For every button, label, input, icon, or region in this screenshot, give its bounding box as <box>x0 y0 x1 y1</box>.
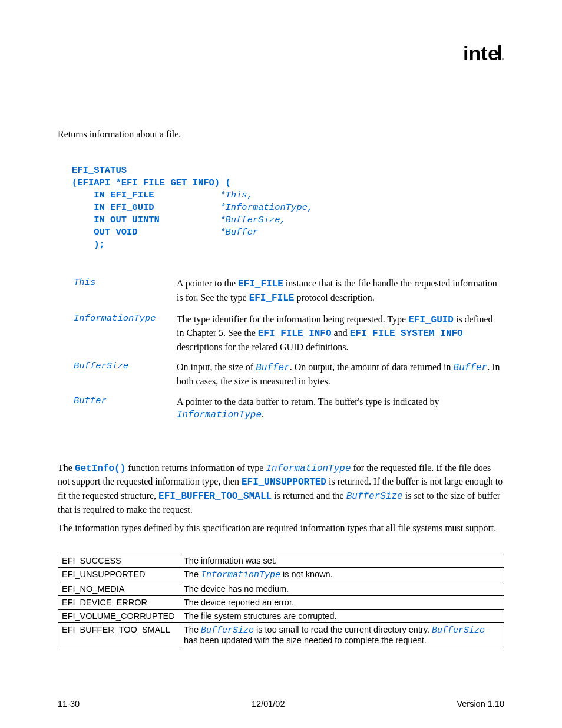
status-codes-table: EFI_SUCCESS The information was set. EFI… <box>58 554 504 647</box>
param-name: This <box>73 276 175 311</box>
arg-name: *BufferSize, <box>220 215 286 225</box>
param-desc: A pointer to the EFI_FILE instance that … <box>176 276 503 311</box>
status-desc: The InformationType is not known. <box>180 567 504 582</box>
intel-logo-icon: int e <box>463 42 504 67</box>
status-code: EFI_SUCCESS <box>58 554 180 567</box>
param-row: InformationType The type identifier for … <box>73 312 503 360</box>
param-desc: On input, the size of Buffer. On output,… <box>176 360 503 393</box>
page-header: int e <box>58 42 504 67</box>
svg-text:e: e <box>488 42 499 64</box>
status-desc: The BufferSize is too small to read the … <box>180 622 504 647</box>
param-name: BufferSize <box>73 360 175 393</box>
arg-dir: IN EFI_FILE <box>94 190 220 200</box>
arg-dir: IN EFI_GUID <box>94 202 220 213</box>
table-row: EFI_DEVICE_ERROR The device reported an … <box>58 595 504 609</box>
arg-dir: OUT VOID <box>94 227 220 238</box>
table-row: EFI_VOLUME_CORRUPTED The file system str… <box>58 609 504 622</box>
table-row: EFI_BUFFER_TOO_SMALL The BufferSize is t… <box>58 622 504 647</box>
param-name: InformationType <box>73 312 175 360</box>
desc-para-1: The GetInfo() function returns informati… <box>58 462 504 516</box>
arg-name: *This, <box>220 190 253 200</box>
status-desc: The device reported an error. <box>180 595 504 609</box>
table-row: EFI_NO_MEDIA The device has no medium. <box>58 582 504 595</box>
proto-decl: (EFIAPI *EFI_FILE_GET_INFO) ( <box>72 177 231 188</box>
description-section: The GetInfo() function returns informati… <box>58 462 504 535</box>
svg-rect-2 <box>498 45 501 60</box>
status-code: EFI_NO_MEDIA <box>58 582 180 595</box>
table-row: EFI_SUCCESS The information was set. <box>58 554 504 567</box>
proto-status: EFI_STATUS <box>72 165 127 176</box>
summary: Returns information about a file. <box>58 129 504 140</box>
arg-dir: IN OUT UINTN <box>94 215 220 225</box>
table-row: EFI_UNSUPPORTED The InformationType is n… <box>58 567 504 582</box>
svg-point-3 <box>503 58 504 60</box>
status-code: EFI_BUFFER_TOO_SMALL <box>58 622 180 647</box>
svg-text:int: int <box>463 42 488 64</box>
param-row: Buffer A pointer to the data buffer to r… <box>73 395 503 428</box>
status-code: EFI_VOLUME_CORRUPTED <box>58 609 180 622</box>
prototype-block: EFI_STATUS (EFIAPI *EFI_FILE_GET_INFO) (… <box>72 164 504 251</box>
status-desc: The device has no medium. <box>180 582 504 595</box>
status-code: EFI_DEVICE_ERROR <box>58 595 180 609</box>
arg-name: *Buffer <box>220 227 258 238</box>
param-row: BufferSize On input, the size of Buffer.… <box>73 360 503 393</box>
status-desc: The information was set. <box>180 554 504 567</box>
param-row: This A pointer to the EFI_FILE instance … <box>73 276 503 311</box>
footer-date: 12/01/02 <box>58 699 504 709</box>
page-footer: 11-30 Version 1.10 12/01/02 <box>58 699 504 709</box>
parameters-table: This A pointer to the EFI_FILE instance … <box>72 275 504 429</box>
desc-para-2: The information types defined by this sp… <box>58 522 504 535</box>
param-desc: A pointer to the data buffer to return. … <box>176 395 503 428</box>
footer-page-number: 11-30 <box>58 699 80 709</box>
status-desc: The file system structures are corrupted… <box>180 609 504 622</box>
footer-version: Version 1.10 <box>457 699 504 709</box>
param-name: Buffer <box>73 395 175 428</box>
arg-name: *InformationType, <box>220 202 313 213</box>
proto-close: ); <box>94 239 105 250</box>
param-desc: The type identifier for the information … <box>176 312 503 360</box>
status-code: EFI_UNSUPPORTED <box>58 567 180 582</box>
